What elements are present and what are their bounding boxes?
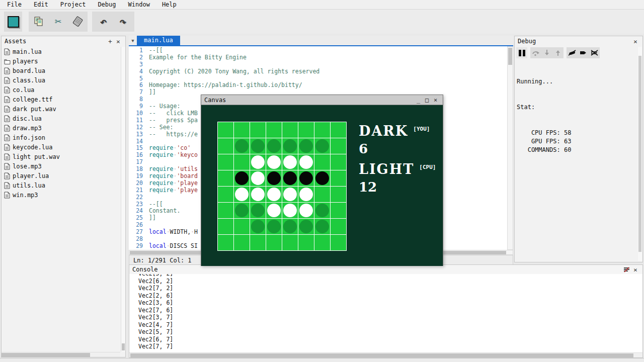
asset-item-keycode-lua[interactable]: keycode.lua xyxy=(2,142,120,152)
board-cell[interactable] xyxy=(266,219,282,234)
asset-item-dark-put-wav[interactable]: dark put.wav xyxy=(2,104,120,114)
board-cell[interactable] xyxy=(298,122,314,138)
close-console-button[interactable]: × xyxy=(631,266,639,274)
board-cell[interactable] xyxy=(250,138,266,154)
asset-item-win-mp3[interactable]: win.mp3 xyxy=(2,190,120,200)
board-cell[interactable] xyxy=(314,219,330,234)
board-cell[interactable] xyxy=(314,187,330,202)
game-canvas[interactable]: DARK[YOU] 6 LIGHT[CPU] 12 xyxy=(201,105,443,266)
board-cell[interactable] xyxy=(266,235,282,250)
asset-item-board-lua[interactable]: board.lua xyxy=(2,66,120,75)
debug-vertical-scrollbar[interactable] xyxy=(638,47,642,261)
asset-item-disc-lua[interactable]: disc.lua xyxy=(2,114,120,123)
board-cell[interactable] xyxy=(218,203,233,218)
board-cell[interactable] xyxy=(234,187,250,202)
close-canvas-button[interactable]: × xyxy=(431,97,440,104)
asset-item-draw-mp3[interactable]: draw.mp3 xyxy=(2,123,120,133)
board-cell[interactable] xyxy=(218,122,233,138)
asset-item-utils-lua[interactable]: utils.lua xyxy=(2,180,120,190)
menu-item-debug[interactable]: Debug xyxy=(92,0,122,10)
board-cell[interactable] xyxy=(234,219,250,234)
board-cell[interactable] xyxy=(218,154,233,170)
board-cell[interactable] xyxy=(234,122,250,138)
board-cell[interactable] xyxy=(282,122,298,138)
board-cell[interactable] xyxy=(331,170,346,186)
board-cell[interactable] xyxy=(298,235,314,250)
board-cell[interactable] xyxy=(314,154,330,170)
add-asset-button[interactable]: + xyxy=(106,38,114,45)
board-cell[interactable] xyxy=(298,154,314,170)
asset-item-light-put-wav[interactable]: light put.wav xyxy=(2,152,120,161)
board-cell[interactable] xyxy=(331,219,346,234)
assets-vscroll-thumb[interactable] xyxy=(122,343,125,350)
board-cell[interactable] xyxy=(266,122,282,138)
board-cell[interactable] xyxy=(331,154,346,170)
editor-vscroll-thumb[interactable] xyxy=(508,48,512,65)
asset-item-class-lua[interactable]: class.lua xyxy=(2,75,120,85)
pause-button[interactable] xyxy=(516,47,527,58)
stop-button[interactable] xyxy=(4,12,22,32)
maximize-canvas-button[interactable]: □ xyxy=(423,97,431,104)
board-cell[interactable] xyxy=(314,122,330,138)
board-cell[interactable] xyxy=(331,203,346,218)
redo-button[interactable]: ↷ xyxy=(113,12,133,32)
menu-item-file[interactable]: File xyxy=(1,0,28,10)
close-debug-button[interactable]: × xyxy=(631,38,639,45)
board-cell[interactable] xyxy=(331,138,346,154)
board-cell[interactable] xyxy=(218,235,233,250)
menu-item-window[interactable]: Window xyxy=(122,0,156,10)
board-cell[interactable] xyxy=(282,203,298,218)
canvas-window[interactable]: Canvas _ □ × DARK[YOU] 6 LIGHT[CPU] 12 xyxy=(201,95,443,266)
menu-item-edit[interactable]: Edit xyxy=(28,0,54,10)
board-cell[interactable] xyxy=(250,235,266,250)
erase-button[interactable] xyxy=(68,12,88,32)
board-cell[interactable] xyxy=(234,138,250,154)
breakpoint-disable-button[interactable] xyxy=(567,47,578,58)
board-cell[interactable] xyxy=(298,138,314,154)
board-cell[interactable] xyxy=(218,219,233,234)
cut-button[interactable]: ✂ xyxy=(48,12,68,32)
undo-button[interactable]: ↶ xyxy=(94,12,113,32)
menu-item-help[interactable]: Help xyxy=(156,0,183,10)
canvas-title-bar[interactable]: Canvas _ □ × xyxy=(201,95,443,105)
asset-item-lose-mp3[interactable]: lose.mp3 xyxy=(2,161,120,171)
board-cell[interactable] xyxy=(266,138,282,154)
close-assets-button[interactable]: × xyxy=(114,38,122,45)
board-cell[interactable] xyxy=(282,235,298,250)
board-cell[interactable] xyxy=(234,235,250,250)
debug-vscroll-thumb[interactable] xyxy=(638,56,641,252)
editor-vertical-scrollbar[interactable] xyxy=(507,46,513,250)
board-cell[interactable] xyxy=(331,187,346,202)
asset-item-player-lua[interactable]: player.lua xyxy=(2,171,120,180)
board-cell[interactable] xyxy=(314,203,330,218)
asset-item-college-ttf[interactable]: college.ttf xyxy=(2,95,120,104)
board-cell[interactable] xyxy=(250,170,266,186)
board-cell[interactable] xyxy=(298,187,314,202)
asset-item-info-json[interactable]: info.json xyxy=(2,133,120,142)
board-cell[interactable] xyxy=(218,187,233,202)
board-cell[interactable] xyxy=(314,170,330,186)
board-cell[interactable] xyxy=(282,138,298,154)
clear-console-button[interactable] xyxy=(623,267,631,273)
step-into-button[interactable] xyxy=(541,47,552,58)
assets-hscroll-thumb[interactable] xyxy=(2,353,90,357)
menu-item-project[interactable]: Project xyxy=(54,0,92,10)
board-cell[interactable] xyxy=(250,203,266,218)
board-cell[interactable] xyxy=(266,170,282,186)
console-hscroll-thumb[interactable] xyxy=(130,353,633,357)
board-cell[interactable] xyxy=(250,219,266,234)
minimize-canvas-button[interactable]: _ xyxy=(414,97,423,104)
step-out-button[interactable] xyxy=(552,47,564,58)
board-cell[interactable] xyxy=(331,235,346,250)
board-cell[interactable] xyxy=(331,122,346,138)
assets-vertical-scrollbar[interactable] xyxy=(121,47,125,351)
copy-button[interactable] xyxy=(29,12,48,32)
tab-main-lua[interactable]: main.lua xyxy=(137,36,180,45)
board-cell[interactable] xyxy=(314,235,330,250)
console-horizontal-scrollbar[interactable] xyxy=(129,352,642,357)
board-cell[interactable] xyxy=(250,154,266,170)
board-cell[interactable] xyxy=(298,170,314,186)
board-cell[interactable] xyxy=(314,138,330,154)
board-cell[interactable] xyxy=(234,203,250,218)
board-cell[interactable] xyxy=(266,154,282,170)
